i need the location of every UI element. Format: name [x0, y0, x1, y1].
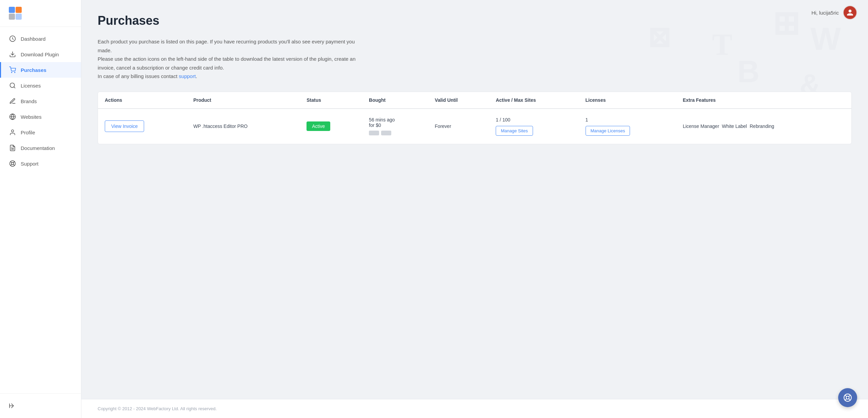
- sidebar-item-label-purchases: Purchases: [21, 67, 46, 73]
- page-footer: Copyright © 2012 - 2024 WebFactory Ltd. …: [81, 399, 868, 418]
- page-title: Purchases: [98, 14, 852, 28]
- svg-line-18: [13, 164, 15, 166]
- sidebar-item-download-plugin[interactable]: Download Plugin: [0, 46, 81, 62]
- purchases-table: Actions Product Status Bought Valid Unti…: [98, 92, 851, 144]
- dashboard-icon: [9, 35, 16, 42]
- user-avatar[interactable]: [843, 5, 857, 20]
- svg-line-27: [849, 395, 850, 397]
- manage-sites-button[interactable]: Manage Sites: [496, 126, 533, 136]
- bought-pill-1: [369, 131, 379, 135]
- purchases-icon: [9, 66, 16, 73]
- col-header-status: Status: [300, 92, 362, 109]
- col-header-product: Product: [186, 92, 300, 109]
- app-logo[interactable]: [8, 6, 22, 20]
- table-header: Actions Product Status Bought Valid Unti…: [98, 92, 851, 109]
- sidebar-item-brands[interactable]: Brands: [0, 93, 81, 109]
- svg-line-25: [845, 395, 847, 397]
- svg-point-12: [12, 130, 14, 132]
- svg-rect-2: [9, 14, 15, 20]
- bought-time: 56 mins ago: [369, 117, 421, 122]
- sidebar-item-label-support: Support: [21, 161, 39, 167]
- purchases-table-container: Actions Product Status Bought Valid Unti…: [98, 92, 852, 144]
- bought-price: for $0: [369, 122, 421, 128]
- extra-feature-rebranding: Rebranding: [750, 124, 774, 129]
- manage-licenses-button[interactable]: Manage Licenses: [586, 126, 630, 136]
- col-header-valid-until: Valid Until: [428, 92, 489, 109]
- col-header-actions: Actions: [98, 92, 186, 109]
- svg-line-28: [845, 399, 847, 400]
- sidebar-item-label-licenses: Licenses: [21, 83, 41, 89]
- support-link[interactable]: support: [179, 73, 196, 79]
- licenses-count: 1: [586, 117, 669, 122]
- sidebar-item-label-dashboard: Dashboard: [21, 36, 45, 42]
- status-badge: Active: [307, 121, 330, 131]
- col-header-active-max-sites: Active / Max Sites: [489, 92, 578, 109]
- description-line3: In case of any billing issues contact: [98, 73, 177, 79]
- sidebar-item-profile[interactable]: Profile: [0, 125, 81, 140]
- svg-line-17: [11, 162, 12, 163]
- profile-icon: [9, 129, 16, 136]
- sidebar-item-label-websites: Websites: [21, 114, 41, 120]
- cell-valid-until: Forever: [428, 109, 489, 144]
- sidebar-item-purchases[interactable]: Purchases: [0, 62, 81, 78]
- table-row: View Invoice WP .htaccess Editor PRO Act…: [98, 109, 851, 144]
- brands-icon: [9, 98, 16, 104]
- extra-features-list: License Manager White Label Rebranding: [683, 124, 845, 129]
- user-greeting: Hi, lucija5ric: [811, 10, 839, 16]
- sidebar-nav: Dashboard Download Plugin Purchases: [0, 27, 81, 393]
- description-line2: Please use the action icons on the left-…: [98, 56, 356, 71]
- description-end: .: [196, 73, 197, 79]
- support-nav-icon: [9, 160, 16, 167]
- svg-rect-3: [16, 14, 22, 20]
- sidebar-bottom: [0, 393, 81, 418]
- sidebar-item-support[interactable]: Support: [0, 156, 81, 171]
- documentation-icon: [9, 145, 16, 151]
- bought-pill-2: [381, 131, 391, 135]
- page-description: Each product you purchase is listed on t…: [98, 37, 362, 81]
- description-line1: Each product you purchase is listed on t…: [98, 39, 355, 53]
- sidebar-item-documentation[interactable]: Documentation: [0, 140, 81, 156]
- resize-icon: [8, 402, 15, 409]
- extra-feature-license-manager: License Manager: [683, 124, 719, 129]
- svg-rect-1: [16, 7, 22, 13]
- view-invoice-button[interactable]: View Invoice: [105, 120, 144, 132]
- avatar-initials: [844, 6, 856, 19]
- sidebar-item-label-profile: Profile: [21, 130, 35, 135]
- cell-actions: View Invoice: [98, 109, 186, 144]
- page-content: Purchases Each product you purchase is l…: [81, 0, 868, 399]
- sidebar: Dashboard Download Plugin Purchases: [0, 0, 81, 418]
- svg-line-20: [13, 162, 14, 163]
- support-fab-button[interactable]: [838, 388, 857, 407]
- svg-line-9: [14, 87, 15, 88]
- cell-bought: 56 mins ago for $0: [362, 109, 428, 144]
- col-header-bought: Bought: [362, 92, 428, 109]
- download-icon: [9, 51, 16, 58]
- licenses-icon: [9, 82, 16, 89]
- sidebar-item-websites[interactable]: Websites: [0, 109, 81, 125]
- sidebar-item-label-brands: Brands: [21, 98, 37, 104]
- page-header: Hi, lucija5ric: [801, 0, 868, 25]
- footer-copyright: Copyright © 2012 - 2024 WebFactory Ltd. …: [98, 406, 217, 411]
- sidebar-resize-toggle[interactable]: [8, 399, 73, 413]
- cell-product: WP .htaccess Editor PRO: [186, 109, 300, 144]
- active-sites-count: 1 / 100: [496, 117, 572, 122]
- sidebar-item-label-download-plugin: Download Plugin: [21, 52, 59, 57]
- svg-point-6: [12, 72, 12, 73]
- cell-extra-features: License Manager White Label Rebranding: [676, 109, 851, 144]
- main-content: ⊞ T W B & D Q ⊠ ⑭ ⊟ Hi, lucija5ric Purch…: [81, 0, 868, 418]
- sidebar-item-dashboard[interactable]: Dashboard: [0, 31, 81, 46]
- extra-feature-white-label: White Label: [722, 124, 747, 129]
- col-header-extra-features: Extra Features: [676, 92, 851, 109]
- logo-area: [0, 0, 81, 27]
- svg-rect-0: [9, 7, 15, 13]
- cell-active-max-sites: 1 / 100 Manage Sites: [489, 109, 578, 144]
- cell-status: Active: [300, 109, 362, 144]
- cell-licenses: 1 Manage Licenses: [579, 109, 676, 144]
- sidebar-item-licenses[interactable]: Licenses: [0, 78, 81, 93]
- svg-line-21: [11, 164, 12, 166]
- websites-icon: [9, 113, 16, 120]
- sidebar-item-label-documentation: Documentation: [21, 145, 55, 151]
- svg-line-26: [849, 399, 850, 400]
- svg-point-7: [15, 72, 15, 73]
- table-body: View Invoice WP .htaccess Editor PRO Act…: [98, 109, 851, 144]
